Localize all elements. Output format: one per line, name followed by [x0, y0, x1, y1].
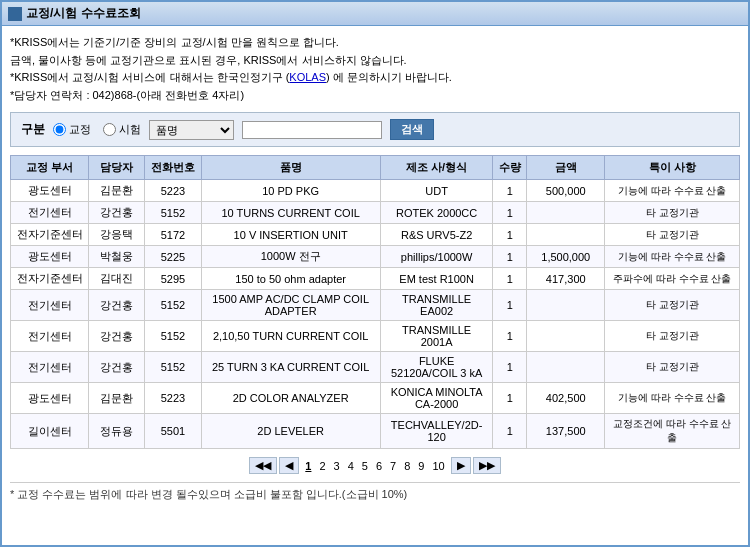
cell-item: 2,10,50 TURN CURRENT COIL	[201, 321, 380, 352]
cell-manager: 강건홍	[89, 202, 145, 224]
cell-dept: 전기센터	[11, 290, 89, 321]
cell-item: 2D COLOR ANALYZER	[201, 383, 380, 414]
radio-label-correction[interactable]: 교정	[53, 122, 91, 137]
table-row: 길이센터 정듀용 5501 2D LEVELER TECHVALLEY/2D-1…	[11, 414, 740, 449]
col-header-note: 특이 사항	[605, 156, 740, 180]
cell-dept: 광도센터	[11, 180, 89, 202]
cell-maker: R&S URV5-Z2	[380, 224, 493, 246]
cell-maker: UDT	[380, 180, 493, 202]
cell-maker: KONICA MINOLTA CA-2000	[380, 383, 493, 414]
table-row: 전기센터 강건홍 5152 25 TURN 3 KA CURRENT COIL …	[11, 352, 740, 383]
cell-dept: 광도센터	[11, 246, 89, 268]
cell-qty: 1	[493, 383, 527, 414]
cell-note: 타 교정기관	[605, 224, 740, 246]
cell-phone: 5152	[145, 321, 201, 352]
cell-price: 500,000	[527, 180, 605, 202]
main-window: 교정/시험 수수료조회 *KRISS에서는 기준기/기준 장비의 교정/시험 만…	[0, 0, 750, 547]
kolas-link[interactable]: KOLAS	[289, 71, 326, 83]
cell-manager: 강건홍	[89, 321, 145, 352]
page-num-7[interactable]: 7	[386, 459, 400, 473]
page-first-btn[interactable]: ◀◀	[249, 457, 277, 474]
page-num-6[interactable]: 6	[372, 459, 386, 473]
cell-maker: phillips/1000W	[380, 246, 493, 268]
cell-qty: 1	[493, 224, 527, 246]
page-num-5[interactable]: 5	[358, 459, 372, 473]
cell-maker: EM test R100N	[380, 268, 493, 290]
search-type-select[interactable]: 품명 제조사/형식	[149, 120, 234, 140]
cell-qty: 1	[493, 246, 527, 268]
cell-phone: 5223	[145, 383, 201, 414]
cell-dept: 전기센터	[11, 352, 89, 383]
cell-dept: 전기센터	[11, 202, 89, 224]
cell-manager: 박철웅	[89, 246, 145, 268]
page-last-btn[interactable]: ▶▶	[473, 457, 501, 474]
cell-manager: 김대진	[89, 268, 145, 290]
cell-qty: 1	[493, 202, 527, 224]
page-num-3[interactable]: 3	[330, 459, 344, 473]
cell-phone: 5172	[145, 224, 201, 246]
table-row: 전기센터 강건홍 5152 1500 AMP AC/DC CLAMP COIL …	[11, 290, 740, 321]
cell-item: 1000W 전구	[201, 246, 380, 268]
cell-qty: 1	[493, 352, 527, 383]
page-next-btn[interactable]: ▶	[451, 457, 471, 474]
page-num-10[interactable]: 10	[428, 459, 448, 473]
window-icon	[8, 7, 22, 21]
footer-note: * 교정 수수료는 범위에 따라 변경 될수있으며 소급비 불포함 입니다.(소…	[10, 482, 740, 506]
cell-dept: 전기센터	[11, 321, 89, 352]
page-num-8[interactable]: 8	[400, 459, 414, 473]
cell-note: 기능에 따라 수수료 산출	[605, 383, 740, 414]
radio-correction[interactable]	[53, 123, 66, 136]
page-num-4[interactable]: 4	[344, 459, 358, 473]
page-num-2[interactable]: 2	[315, 459, 329, 473]
cell-price: 417,300	[527, 268, 605, 290]
title-bar: 교정/시험 수수료조회	[2, 2, 748, 26]
cell-phone: 5152	[145, 202, 201, 224]
cell-item: 1500 AMP AC/DC CLAMP COIL ADAPTER	[201, 290, 380, 321]
cell-phone: 5225	[145, 246, 201, 268]
cell-price: 137,500	[527, 414, 605, 449]
notice-line-1: *KRISS에서는 기준기/기준 장비의 교정/시험 만을 원칙으로 합니다.	[10, 34, 740, 52]
cell-note: 교정조건에 따라 수수료 산출	[605, 414, 740, 449]
cell-note: 타 교정기관	[605, 321, 740, 352]
window-title: 교정/시험 수수료조회	[26, 5, 141, 22]
table-row: 광도센터 박철웅 5225 1000W 전구 phillips/1000W 1 …	[11, 246, 740, 268]
cell-manager: 강응택	[89, 224, 145, 246]
cell-note: 기능에 따라 수수료 산출	[605, 180, 740, 202]
cell-phone: 5152	[145, 290, 201, 321]
page-prev-btn[interactable]: ◀	[279, 457, 299, 474]
cell-price	[527, 202, 605, 224]
cell-note: 기능에 따라 수수료 산출	[605, 246, 740, 268]
search-button[interactable]: 검색	[390, 119, 434, 140]
cell-price	[527, 352, 605, 383]
cell-phone: 5295	[145, 268, 201, 290]
search-input[interactable]	[242, 121, 382, 139]
cell-dept: 전자기준센터	[11, 224, 89, 246]
col-header-maker: 제조 사/형식	[380, 156, 493, 180]
col-header-dept: 교정 부서	[11, 156, 89, 180]
cell-manager: 김문환	[89, 383, 145, 414]
table-row: 광도센터 김문환 5223 2D COLOR ANALYZER KONICA M…	[11, 383, 740, 414]
col-header-item: 품명	[201, 156, 380, 180]
notice-section: *KRISS에서는 기준기/기준 장비의 교정/시험 만을 원칙으로 합니다. …	[10, 34, 740, 104]
page-numbers: 12345678910	[301, 459, 448, 473]
cell-phone: 5501	[145, 414, 201, 449]
data-table: 교정 부서 담당자 전화번호 품명 제조 사/형식 수량 금액 특이 사항 광도…	[10, 155, 740, 449]
radio-test[interactable]	[103, 123, 116, 136]
cell-phone: 5152	[145, 352, 201, 383]
notice-line-3: *KRISS에서 교정/시험 서비스에 대해서는 한국인정기구 (KOLAS) …	[10, 69, 740, 87]
cell-price	[527, 321, 605, 352]
content-area: *KRISS에서는 기준기/기준 장비의 교정/시험 만을 원칙으로 합니다. …	[2, 26, 748, 514]
cell-note: 타 교정기관	[605, 202, 740, 224]
cell-price: 1,500,000	[527, 246, 605, 268]
page-num-9[interactable]: 9	[414, 459, 428, 473]
col-header-manager: 담당자	[89, 156, 145, 180]
radio-label-test[interactable]: 시험	[103, 122, 141, 137]
search-label: 구분	[21, 121, 45, 138]
cell-price	[527, 224, 605, 246]
cell-price: 402,500	[527, 383, 605, 414]
cell-dept: 전자기준센터	[11, 268, 89, 290]
page-num-1[interactable]: 1	[301, 459, 315, 473]
cell-maker: TRANSMILLE EA002	[380, 290, 493, 321]
cell-item: 2D LEVELER	[201, 414, 380, 449]
col-header-phone: 전화번호	[145, 156, 201, 180]
